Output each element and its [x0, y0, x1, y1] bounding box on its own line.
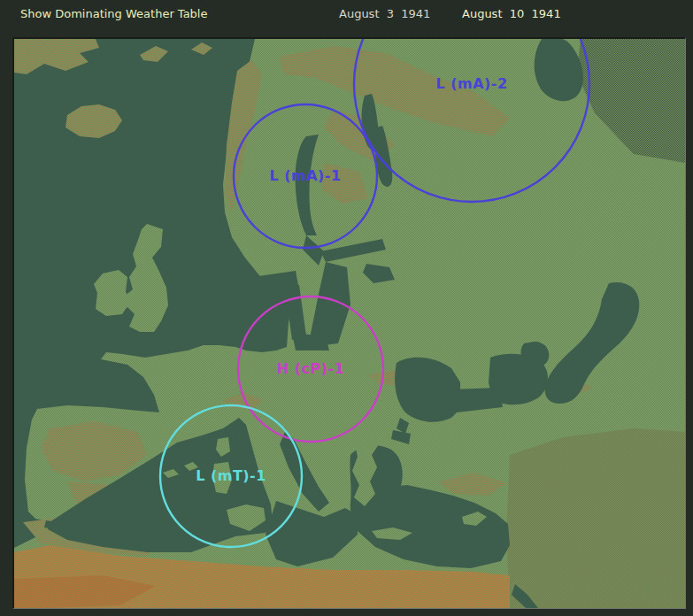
weather-system-label: L (mA)-2	[435, 75, 507, 92]
week-start-date: August 3 1941	[339, 7, 430, 20]
week-end-date: August 10 1941	[462, 7, 561, 20]
weather-map[interactable]: L (mA)-2L (mA)-1H (cP)-1L (mT)-1	[12, 37, 686, 609]
header-bar: Show Dominating Weather Table August 3 1…	[0, 0, 693, 37]
europe-weather-svg: L (mA)-2L (mA)-1H (cP)-1L (mT)-1	[14, 39, 685, 608]
weather-system-label: H (cP)-1	[277, 360, 345, 377]
weather-system-label: L (mT)-1	[196, 467, 266, 484]
middle-east-steppe	[506, 428, 685, 608]
show-weather-table-link[interactable]: Show Dominating Weather Table	[20, 7, 207, 20]
weather-system-label: L (mA)-1	[269, 167, 341, 184]
